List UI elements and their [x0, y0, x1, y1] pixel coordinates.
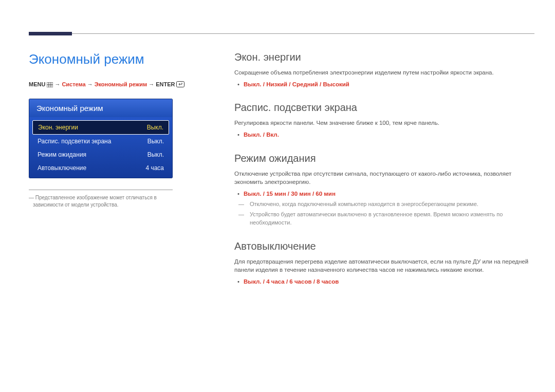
osd-row-backlight[interactable]: Распис. подсветки экрана Выкл. [32, 135, 169, 148]
osd-row-value: Выкл. [147, 151, 164, 158]
osd-panel: Экономный режим Экон. энергии Выкл. Расп… [29, 99, 173, 178]
osd-row-value: 4 часа [145, 164, 164, 172]
arrow: → [149, 81, 154, 87]
path-seg-eco: Экономный режим [95, 81, 147, 87]
enter-label: ENTER [156, 81, 175, 87]
osd-row-autooff[interactable]: Автовыключение 4 часа [32, 161, 169, 175]
section-title: Распис. подсветки экрана [234, 102, 534, 114]
section-options: Выкл. / Вкл. [234, 130, 534, 139]
header-rule [29, 32, 555, 37]
arrow: → [87, 81, 93, 87]
menu-label: MENU [29, 81, 45, 87]
section-title: Режим ожидания [234, 153, 534, 164]
osd-row-standby[interactable]: Режим ожидания Выкл. [32, 148, 169, 161]
section-options: Выкл. / Низкий / Средний / Высокий [234, 80, 534, 89]
section-desc: Отключение устройства при отсутствии сиг… [234, 170, 534, 186]
section-standby: Режим ожидания Отключение устройства при… [234, 153, 534, 227]
osd-body: Экон. энергии Выкл. Распис. подсветки эк… [29, 117, 172, 178]
section-desc: Сокращение объема потребления электроэне… [234, 68, 534, 77]
osd-row-label: Распис. подсветки экрана [38, 138, 111, 145]
page-title: Экономный режим [29, 51, 203, 67]
left-column: Экономный режим MENU → Система → Экономн… [29, 51, 203, 300]
header-accent [29, 32, 72, 35]
osd-row-label: Экон. энергии [38, 124, 78, 131]
osd-row-label: Автовыключение [38, 164, 86, 172]
section-desc: Для предотвращения перегрева изделие авт… [234, 257, 534, 274]
osd-header: Экономный режим [29, 99, 172, 117]
osd-row-energy[interactable]: Экон. энергии Выкл. [32, 120, 169, 135]
section-options: Выкл. / 4 часа / 6 часов / 8 часов [234, 277, 534, 286]
osd-row-label: Режим ожидания [38, 151, 86, 158]
section-autooff: Автовыключение Для предотвращения перегр… [234, 240, 534, 286]
menu-path: MENU → Система → Экономный режим → ENTER [29, 81, 203, 87]
section-options: Выкл. / 15 мин / 30 мин / 60 мин [234, 190, 534, 198]
section-desc: Регулировка яркости панели. Чем значение… [234, 119, 534, 127]
osd-row-value: Выкл. [147, 138, 164, 145]
osd-row-value: Выкл. [147, 124, 163, 131]
section-note: Отключено, когда подключенный компьютер … [234, 200, 534, 209]
section-note: Устройство будет автоматически выключено… [234, 211, 534, 227]
caption-divider [29, 190, 173, 190]
path-seg-system: Система [62, 81, 85, 87]
section-title: Автовыключение [234, 240, 534, 252]
right-column: Экон. энергии Сокращение объема потребле… [234, 51, 534, 300]
image-caption: ― Представленное изображение может отлич… [29, 194, 183, 208]
arrow: → [54, 81, 60, 87]
menu-grid-icon [47, 81, 53, 87]
section-title: Экон. энергии [234, 51, 534, 63]
section-backlight: Распис. подсветки экрана Регулировка ярк… [234, 102, 534, 139]
header-line [72, 33, 534, 34]
enter-icon [176, 81, 184, 87]
section-energy: Экон. энергии Сокращение объема потребле… [234, 51, 534, 88]
